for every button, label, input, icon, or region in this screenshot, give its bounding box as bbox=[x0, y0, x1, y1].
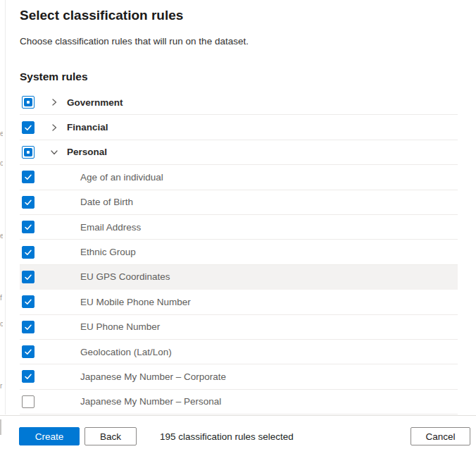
checkbox-checked[interactable] bbox=[22, 221, 35, 233]
tree-row-label: EU Phone Number bbox=[80, 321, 160, 332]
tree-row[interactable]: Japanese My Number – Corporate bbox=[20, 364, 458, 389]
tree-row[interactable]: Japanese My Number – Personal bbox=[20, 390, 458, 414]
selection-count-status: 195 classification rules selected bbox=[160, 431, 294, 445]
checkbox-checked[interactable] bbox=[22, 370, 35, 383]
chevron-down-icon[interactable] bbox=[49, 147, 59, 157]
tree-row-label: Japanese My Number – Corporate bbox=[80, 371, 226, 382]
select-classification-rules-panel: Select classification rules Choose class… bbox=[20, 0, 458, 414]
checkbox-checked[interactable] bbox=[22, 321, 35, 333]
checkbox-indeterminate[interactable] bbox=[22, 96, 35, 109]
back-button[interactable]: Back bbox=[84, 427, 137, 445]
cancel-button[interactable]: Cancel bbox=[411, 427, 470, 445]
background-page-sliver: e c e f c r bbox=[0, 0, 6, 414]
footer-bar: Create Back 195 classification rules sel… bbox=[0, 415, 476, 449]
tree-row-label: Personal bbox=[67, 147, 107, 157]
checkbox-checked[interactable] bbox=[22, 271, 35, 283]
tree-row[interactable]: Personal bbox=[20, 140, 458, 165]
tree-row-label: Age of an individual bbox=[80, 172, 163, 183]
background-page-edge bbox=[0, 419, 1, 435]
page-title: Select classification rules bbox=[20, 0, 458, 24]
checkbox-checked[interactable] bbox=[22, 246, 35, 259]
checkbox-checked[interactable] bbox=[22, 295, 35, 308]
section-title-system-rules: System rules bbox=[20, 70, 458, 84]
checkbox-checked[interactable] bbox=[22, 196, 35, 209]
tree-row[interactable]: EU Mobile Phone Number bbox=[20, 290, 458, 314]
page-subtitle: Choose classification rules that will ru… bbox=[20, 35, 458, 48]
tree-row-label: Financial bbox=[67, 122, 108, 133]
classification-rules-tree: Government Financial Personal bbox=[20, 90, 458, 414]
tree-row-label: Geolocation (Lat/Lon) bbox=[80, 347, 172, 357]
tree-row[interactable]: EU GPS Coordinates bbox=[20, 265, 458, 290]
checkbox-unchecked[interactable] bbox=[22, 395, 35, 408]
checkbox-indeterminate[interactable] bbox=[22, 146, 35, 159]
tree-row[interactable]: Email Address bbox=[20, 215, 458, 240]
chevron-right-icon[interactable] bbox=[49, 97, 59, 107]
tree-row[interactable]: Age of an individual bbox=[20, 165, 458, 190]
tree-row-label: Ethnic Group bbox=[80, 247, 136, 257]
checkbox-checked[interactable] bbox=[22, 171, 35, 183]
tree-row-label: Japanese My Number – Personal bbox=[80, 396, 221, 407]
tree-row[interactable]: Date of Birth bbox=[20, 190, 458, 215]
checkbox-checked[interactable] bbox=[22, 345, 35, 358]
tree-row[interactable]: EU Phone Number bbox=[20, 315, 458, 340]
tree-row[interactable]: Financial bbox=[20, 115, 458, 140]
tree-row[interactable]: Geolocation (Lat/Lon) bbox=[20, 340, 458, 364]
tree-row-label: EU GPS Coordinates bbox=[80, 271, 170, 282]
create-button[interactable]: Create bbox=[19, 427, 80, 445]
chevron-right-icon[interactable] bbox=[49, 123, 59, 133]
tree-row-label: Government bbox=[67, 97, 123, 108]
tree-row-label: Email Address bbox=[80, 222, 141, 233]
tree-row[interactable]: Government bbox=[20, 90, 458, 115]
tree-row[interactable]: Ethnic Group bbox=[20, 240, 458, 264]
checkbox-checked[interactable] bbox=[22, 121, 35, 134]
tree-row-label: EU Mobile Phone Number bbox=[80, 297, 191, 307]
tree-row-label: Date of Birth bbox=[80, 197, 133, 207]
